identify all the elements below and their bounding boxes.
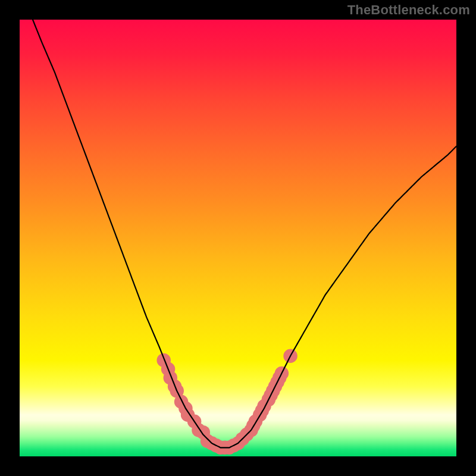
plot-background	[20, 20, 456, 456]
chart-frame: TheBottleneck.com	[0, 0, 476, 476]
bottleneck-chart	[0, 0, 476, 476]
